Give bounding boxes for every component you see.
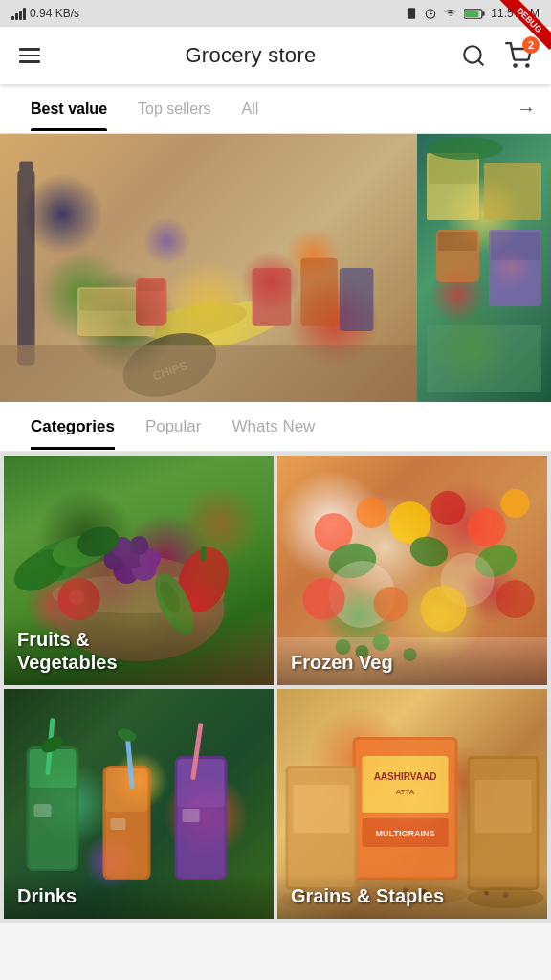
tab-categories[interactable]: Categories	[15, 404, 130, 450]
svg-rect-87	[183, 809, 200, 822]
svg-point-67	[496, 580, 535, 618]
tab-popular[interactable]: Popular	[130, 404, 217, 450]
value-tab-nav: Best value Top sellers All →	[0, 84, 551, 134]
tab-all[interactable]: All	[227, 87, 275, 131]
battery-icon	[464, 8, 485, 20]
svg-rect-83	[178, 759, 225, 807]
svg-rect-75	[30, 749, 77, 788]
svg-text:ATTA: ATTA	[396, 788, 415, 796]
grains-label: Grains & Staples	[277, 873, 547, 919]
svg-point-10	[526, 64, 528, 66]
tab-arrow-button[interactable]: →	[517, 98, 536, 120]
network-speed: 0.94 KB/s	[30, 7, 79, 20]
svg-rect-15	[253, 268, 292, 326]
svg-rect-92	[363, 756, 449, 813]
svg-rect-17	[340, 268, 373, 331]
category-card-grains[interactable]: AASHIRVAAD ATTA MULTIGRAINS	[277, 689, 547, 919]
svg-point-58	[501, 489, 530, 518]
app-bar: Grocery store 2	[0, 27, 551, 84]
svg-rect-79	[106, 768, 148, 812]
grocery-main-visual: CHIPS	[0, 134, 417, 402]
svg-point-46	[70, 590, 85, 605]
svg-rect-11	[17, 171, 34, 366]
svg-rect-44	[201, 546, 207, 561]
debug-ribbon	[494, 0, 551, 57]
status-bar: 0.94 KB/s 11:57 AM	[0, 0, 551, 27]
tab-top-sellers[interactable]: Top sellers	[122, 87, 226, 131]
phone-icon	[405, 7, 418, 20]
svg-rect-29	[438, 232, 477, 251]
svg-rect-6	[465, 10, 478, 16]
svg-rect-86	[111, 818, 126, 830]
svg-rect-16	[300, 258, 338, 326]
search-button[interactable]	[457, 39, 490, 72]
svg-rect-102	[475, 780, 532, 833]
svg-point-57	[468, 508, 506, 546]
hero-section: CHIPS	[0, 134, 551, 402]
svg-rect-27	[484, 163, 541, 220]
svg-text:MULTIGRAINS: MULTIGRAINS	[376, 829, 435, 838]
svg-point-66	[421, 586, 467, 632]
category-tab-nav: Categories Popular Whats New	[0, 402, 551, 452]
search-icon	[461, 43, 486, 68]
frozen-veg-label: Frozen Veg	[277, 639, 547, 685]
category-card-fruits-veg[interactable]: Fruits &Vegetables	[4, 456, 274, 685]
svg-rect-23	[138, 279, 165, 291]
svg-point-9	[514, 64, 516, 66]
svg-rect-0	[408, 8, 415, 19]
wifi-icon	[443, 7, 458, 20]
svg-text:AASHIRVAAD: AASHIRVAAD	[374, 771, 437, 782]
svg-line-8	[478, 60, 483, 65]
drinks-label: Drinks	[4, 873, 274, 919]
svg-rect-5	[483, 11, 485, 16]
grocery-side-visual	[417, 134, 551, 402]
svg-point-65	[374, 587, 408, 621]
svg-rect-31	[491, 232, 540, 260]
svg-rect-85	[34, 804, 52, 817]
svg-rect-24	[0, 345, 417, 402]
fruits-veg-label: Fruits &Vegetables	[4, 616, 274, 685]
svg-rect-33	[427, 325, 541, 392]
signal-icon	[11, 7, 26, 20]
category-grid: Fruits &Vegetables	[0, 452, 551, 923]
app-title: Grocery store	[44, 43, 457, 68]
svg-point-54	[357, 498, 387, 528]
hero-side-image[interactable]	[417, 134, 551, 402]
svg-point-64	[303, 578, 345, 620]
svg-rect-12	[19, 161, 33, 180]
svg-point-32	[427, 137, 503, 160]
category-card-drinks[interactable]: Drinks	[4, 689, 274, 919]
tab-best-value[interactable]: Best value	[15, 87, 122, 131]
hero-main-image[interactable]: CHIPS	[0, 134, 417, 402]
tab-whats-new[interactable]: Whats New	[216, 404, 330, 450]
alarm-icon	[424, 7, 437, 20]
svg-rect-99	[294, 785, 350, 833]
svg-point-42	[130, 536, 149, 555]
svg-point-56	[431, 491, 466, 525]
menu-button[interactable]	[15, 44, 44, 67]
category-card-frozen-veg[interactable]: Frozen Veg	[277, 456, 547, 685]
